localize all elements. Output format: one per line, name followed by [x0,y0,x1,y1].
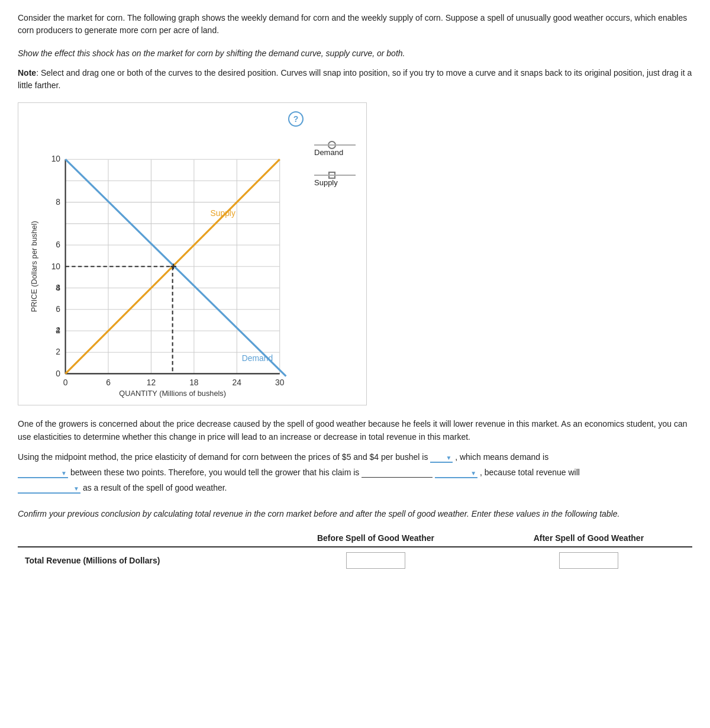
elasticity-line1-before: Using the midpoint method, the price ela… [18,452,428,462]
before-revenue-input[interactable] [347,553,405,568]
table-header-after: After Spell of Good Weather [485,530,692,547]
legend-area: Demand Supply [308,109,350,187]
graph-area[interactable]: ? [24,109,308,399]
svg-text:2: 2 [56,326,60,335]
elasticity-line1-after: , which means demand is [455,452,548,462]
table-row-revenue: Total Revenue (Millions of Dollars) [18,547,692,574]
demand-slider [314,144,350,146]
elasticity-line2-after: , because total revenue will [480,468,580,477]
revenue-change-select[interactable]: increase decrease stay the same [18,483,80,494]
table-cell-before-value [266,547,485,574]
below-graph-paragraph: One of the growers is concerned about th… [18,417,692,444]
elasticity-value-select[interactable]: 1 0.5 2 [430,452,453,463]
graph-section: ? [18,102,367,405]
claim-select[interactable]: correct incorrect [435,468,477,478]
before-revenue-input-box[interactable] [346,552,405,569]
after-revenue-input-box[interactable] [559,552,618,569]
elasticity-dropdown2-wrapper[interactable]: elastic inelastic unit elastic [18,468,68,478]
svg-text:0: 0 [63,378,68,387]
table-header-col1 [18,530,266,547]
svg-text:PRICE (Dollars per bushel): PRICE (Dollars per bushel) [30,221,38,312]
note-content: : Select and drag one or both of the cur… [18,68,692,90]
legend-demand-label: Demand [314,148,343,157]
svg-text:10: 10 [51,262,61,271]
svg-text:24: 24 [233,378,242,387]
elasticity-line2: elastic inelastic unit elastic between t… [18,468,692,478]
elasticity-line2-before: between these two points. Therefore, you… [70,468,359,477]
svg-text:10: 10 [51,154,61,163]
svg-text:2: 2 [56,347,60,356]
svg-text:6: 6 [106,378,111,387]
elasticity-type-select[interactable]: elastic inelastic unit elastic [18,468,68,478]
supply-slider [314,175,350,176]
elasticity-dropdown3-wrapper[interactable]: correct incorrect [435,468,477,478]
svg-text:Supply: Supply [211,208,235,218]
elasticity-dropdown1-wrapper[interactable]: 1 0.5 2 [430,452,453,463]
confirm-section: Confirm your previous conclusion by calc… [18,508,692,574]
legend-supply-label: Supply [314,178,338,187]
note-bold-label: Note [18,68,36,78]
legend-demand-line [314,144,350,146]
svg-text:8: 8 [56,197,60,207]
chart-svg: 0 2 4 6 8 10 2 4 6 8 10 0 6 12 18 24 30 … [24,109,308,399]
legend-demand-item[interactable]: Demand [314,144,350,157]
elasticity-line3-after: as a result of the spell of good weather… [83,483,227,492]
svg-text:QUANTITY (Millions of bushels): QUANTITY (Millions of bushels) [119,389,226,398]
elasticity-line3: increase decrease stay the same as a res… [18,483,692,494]
svg-text:12: 12 [147,378,156,387]
svg-text:+: + [170,260,176,272]
help-icon[interactable]: ? [288,111,304,127]
legend-supply-line [314,175,350,176]
svg-text:4: 4 [56,283,60,292]
revenue-table: Before Spell of Good Weather After Spell… [18,530,692,574]
svg-text:Demand: Demand [242,353,273,363]
elasticity-line1: Using the midpoint method, the price ela… [18,452,692,463]
confirm-paragraph: Confirm your previous conclusion by calc… [18,508,692,520]
table-cell-after-value [485,547,692,574]
table-header-before: Before Spell of Good Weather [266,530,485,547]
legend-supply-item[interactable]: Supply [314,175,350,187]
claim-blank [362,468,433,478]
svg-text:0: 0 [56,369,60,378]
intro-paragraph: Consider the market for corn. The follow… [18,12,692,37]
svg-text:18: 18 [189,378,199,387]
elasticity-dropdown4-wrapper[interactable]: increase decrease stay the same [18,483,80,494]
note-text: Note: Select and drag one or both of the… [18,67,692,92]
svg-text:6: 6 [56,304,60,314]
svg-text:30: 30 [275,378,285,387]
svg-text:6: 6 [56,240,60,249]
table-cell-label: Total Revenue (Millions of Dollars) [18,547,266,574]
after-revenue-input[interactable] [560,553,618,568]
italic-instruction: Show the effect this shock has on the ma… [18,47,692,60]
